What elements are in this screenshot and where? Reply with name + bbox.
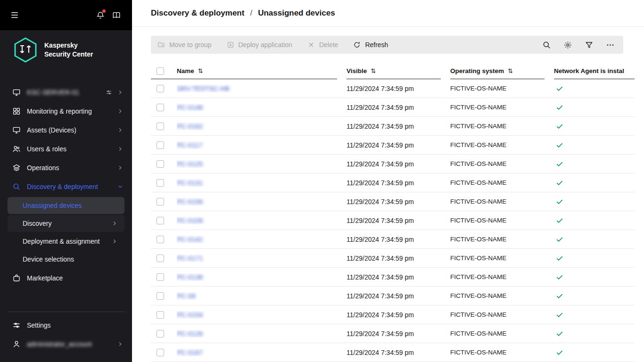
device-name-link[interactable]: PC-0125 bbox=[177, 160, 203, 168]
device-name-link[interactable]: PC-0117 bbox=[177, 141, 202, 149]
row-checkbox[interactable] bbox=[157, 273, 164, 281]
row-checkbox[interactable] bbox=[157, 141, 164, 149]
device-name-link[interactable]: PC-0171 bbox=[177, 255, 203, 262]
device-name-link[interactable]: PC-0148 bbox=[177, 104, 203, 111]
move-to-group-button[interactable]: Move to group bbox=[157, 41, 212, 49]
main-content: Discovery & deployment / Unassigned devi… bbox=[132, 0, 644, 362]
sidebar-subitem-discovery[interactable]: Discovery bbox=[8, 215, 124, 232]
row-checkbox[interactable] bbox=[157, 292, 164, 300]
agent-check-icon bbox=[555, 179, 564, 187]
sidebar-divider bbox=[8, 312, 124, 312]
delete-button[interactable]: Delete bbox=[307, 41, 338, 49]
row-checkbox[interactable] bbox=[157, 311, 164, 319]
filter-icon[interactable] bbox=[585, 41, 594, 49]
device-name-link[interactable]: PC-08 bbox=[177, 292, 196, 300]
visible-cell: 11/29/2024 7:34:59 pm bbox=[347, 311, 450, 319]
account-label: administrator_account bbox=[27, 340, 92, 348]
row-checkbox[interactable] bbox=[157, 85, 164, 92]
sidebar-item-settings[interactable]: Settings bbox=[0, 316, 132, 335]
help-book-icon[interactable] bbox=[112, 11, 121, 19]
row-checkbox[interactable] bbox=[157, 349, 164, 356]
device-name-link[interactable]: PC-0131 bbox=[177, 179, 203, 187]
sidebar-subitem-deployment-assignment[interactable]: Deployment & assignment bbox=[8, 233, 124, 250]
row-checkbox[interactable] bbox=[157, 123, 164, 130]
toolbar: Move to group Deploy application Delete … bbox=[151, 36, 623, 54]
chevron-down-icon bbox=[117, 183, 124, 190]
chevron-right-icon bbox=[117, 127, 124, 133]
row-checkbox[interactable] bbox=[157, 330, 164, 337]
table-row: SRV-TESTSC-HB 11/29/2024 7:34:59 pm FICT… bbox=[151, 79, 635, 98]
sidebar-item-marketplace[interactable]: Marketplace bbox=[0, 269, 132, 288]
notifications-bell-icon[interactable] bbox=[96, 11, 105, 19]
row-checkbox[interactable] bbox=[157, 198, 164, 206]
visible-cell: 11/29/2024 7:34:59 pm bbox=[347, 255, 450, 262]
visible-cell: 11/29/2024 7:34:59 pm bbox=[347, 160, 450, 168]
table-row: PC-0156 11/29/2024 7:34:59 pm FICTIVE-OS… bbox=[151, 192, 635, 211]
column-header-name[interactable]: Name ⇅ bbox=[177, 63, 337, 79]
device-name-link[interactable]: PC-0126 bbox=[177, 330, 203, 337]
device-name-link[interactable]: PC-0142 bbox=[177, 236, 203, 243]
select-all-cell bbox=[151, 63, 177, 79]
device-name-link[interactable]: PC-0138 bbox=[177, 273, 203, 281]
device-name-link[interactable]: SRV-TESTSC-HB bbox=[177, 85, 230, 92]
sidebar-subitem-unassigned-devices[interactable]: Unassigned devices bbox=[8, 197, 124, 214]
visible-cell: 11/29/2024 7:34:59 pm bbox=[347, 273, 450, 281]
nav-label: Assets (Devices) bbox=[27, 126, 76, 134]
column-header-visible[interactable]: Visible ⇅ bbox=[347, 63, 441, 79]
visible-cell: 11/29/2024 7:34:59 pm bbox=[347, 198, 450, 206]
deploy-application-button[interactable]: Deploy application bbox=[227, 41, 292, 49]
row-checkbox[interactable] bbox=[157, 217, 164, 224]
sort-icon[interactable]: ⇅ bbox=[508, 67, 513, 74]
os-cell: FICTIVE-OS-NAME bbox=[450, 179, 554, 186]
sidebar-subitem-device-selections[interactable]: Device selections bbox=[8, 251, 124, 268]
sidebar-item-admin-server[interactable]: KSC-SERVER-01 bbox=[0, 83, 132, 102]
table-row: PC-0131 11/29/2024 7:34:59 pm FICTIVE-OS… bbox=[151, 173, 635, 192]
column-header-network-agent[interactable]: Network Agent is instal bbox=[554, 63, 635, 79]
gear-icon[interactable] bbox=[563, 41, 572, 49]
device-name-link[interactable]: PC-0109 bbox=[177, 217, 203, 224]
refresh-button[interactable]: Refresh bbox=[353, 41, 388, 49]
grid-icon bbox=[12, 107, 21, 115]
sidebar-item-assets-devices[interactable]: Assets (Devices) bbox=[0, 121, 132, 140]
sidebar-footer: Settings administrator_account bbox=[0, 312, 132, 362]
sidebar-item-users-roles[interactable]: Users & roles bbox=[0, 140, 132, 158]
row-checkbox[interactable] bbox=[157, 160, 164, 168]
toolbar-right-icons bbox=[542, 41, 617, 49]
sidebar-item-operations[interactable]: Operations bbox=[0, 158, 132, 177]
menu-icon[interactable] bbox=[10, 11, 19, 19]
sidebar-item-account[interactable]: administrator_account bbox=[0, 335, 132, 354]
table-row: PC-0117 11/29/2024 7:34:59 pm FICTIVE-OS… bbox=[151, 136, 635, 155]
table-body: SRV-TESTSC-HB 11/29/2024 7:34:59 pm FICT… bbox=[151, 79, 635, 362]
person-icon bbox=[12, 340, 21, 348]
row-checkbox[interactable] bbox=[157, 179, 164, 187]
agent-check-icon bbox=[555, 311, 564, 319]
column-header-operating-system[interactable]: Operating system ⇅ bbox=[450, 63, 545, 79]
breadcrumb-parent[interactable]: Discovery & deployment bbox=[151, 8, 244, 18]
visible-cell: 11/29/2024 7:34:59 pm bbox=[347, 85, 450, 92]
row-checkbox[interactable] bbox=[157, 236, 164, 243]
device-name-link[interactable]: PC-0167 bbox=[177, 349, 203, 356]
search-icon[interactable] bbox=[542, 41, 551, 49]
sort-icon[interactable]: ⇅ bbox=[371, 67, 376, 74]
table-row: PC-0148 11/29/2024 7:34:59 pm FICTIVE-OS… bbox=[151, 98, 635, 117]
device-name-link[interactable]: PC-0154 bbox=[177, 311, 203, 319]
device-name-link[interactable]: PC-0156 bbox=[177, 198, 203, 206]
subnav-label: Device selections bbox=[23, 255, 74, 263]
column-label: Operating system bbox=[450, 67, 504, 74]
visible-cell: 11/29/2024 7:34:59 pm bbox=[347, 141, 450, 149]
row-checkbox[interactable] bbox=[157, 255, 164, 262]
device-name-link[interactable]: PC-0162 bbox=[177, 123, 203, 130]
breadcrumb-separator: / bbox=[250, 8, 252, 18]
sidebar-item-discovery-deployment[interactable]: Discovery & deployment bbox=[0, 177, 132, 196]
sliders-icon bbox=[12, 321, 21, 329]
row-checkbox[interactable] bbox=[157, 104, 164, 111]
select-all-checkbox[interactable] bbox=[157, 67, 164, 75]
server-monitor-icon bbox=[12, 88, 21, 97]
visible-cell: 11/29/2024 7:34:59 pm bbox=[347, 104, 450, 111]
server-properties-icon[interactable] bbox=[106, 89, 112, 96]
more-icon[interactable] bbox=[606, 41, 615, 49]
sidebar-item-monitoring-reporting[interactable]: Monitoring & reporting bbox=[0, 102, 132, 121]
agent-check-icon bbox=[555, 216, 564, 225]
agent-check-icon bbox=[555, 292, 564, 300]
sort-icon[interactable]: ⇅ bbox=[198, 67, 203, 74]
